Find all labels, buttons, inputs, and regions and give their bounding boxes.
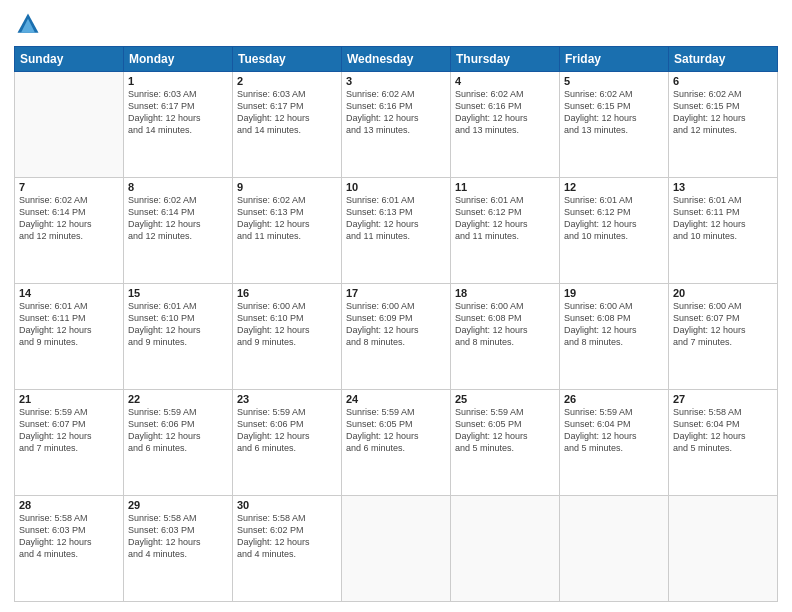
- day-number: 28: [19, 499, 119, 511]
- day-number: 13: [673, 181, 773, 193]
- calendar-cell: 30Sunrise: 5:58 AM Sunset: 6:02 PM Dayli…: [233, 496, 342, 602]
- calendar-cell: 28Sunrise: 5:58 AM Sunset: 6:03 PM Dayli…: [15, 496, 124, 602]
- calendar-cell: [15, 72, 124, 178]
- day-number: 29: [128, 499, 228, 511]
- calendar-cell: 7Sunrise: 6:02 AM Sunset: 6:14 PM Daylig…: [15, 178, 124, 284]
- calendar-cell: 26Sunrise: 5:59 AM Sunset: 6:04 PM Dayli…: [560, 390, 669, 496]
- day-number: 4: [455, 75, 555, 87]
- day-info: Sunrise: 6:01 AM Sunset: 6:12 PM Dayligh…: [455, 194, 555, 243]
- day-info: Sunrise: 6:02 AM Sunset: 6:13 PM Dayligh…: [237, 194, 337, 243]
- calendar-cell: [669, 496, 778, 602]
- weekday-header-friday: Friday: [560, 47, 669, 72]
- day-info: Sunrise: 6:02 AM Sunset: 6:16 PM Dayligh…: [346, 88, 446, 137]
- day-info: Sunrise: 5:58 AM Sunset: 6:04 PM Dayligh…: [673, 406, 773, 455]
- day-info: Sunrise: 6:01 AM Sunset: 6:13 PM Dayligh…: [346, 194, 446, 243]
- day-number: 15: [128, 287, 228, 299]
- day-number: 14: [19, 287, 119, 299]
- day-number: 6: [673, 75, 773, 87]
- weekday-header-tuesday: Tuesday: [233, 47, 342, 72]
- week-row-3: 14Sunrise: 6:01 AM Sunset: 6:11 PM Dayli…: [15, 284, 778, 390]
- calendar-cell: [560, 496, 669, 602]
- logo-icon: [14, 10, 42, 38]
- day-info: Sunrise: 5:58 AM Sunset: 6:03 PM Dayligh…: [128, 512, 228, 561]
- day-info: Sunrise: 6:00 AM Sunset: 6:10 PM Dayligh…: [237, 300, 337, 349]
- week-row-5: 28Sunrise: 5:58 AM Sunset: 6:03 PM Dayli…: [15, 496, 778, 602]
- day-info: Sunrise: 5:59 AM Sunset: 6:05 PM Dayligh…: [455, 406, 555, 455]
- calendar-cell: 22Sunrise: 5:59 AM Sunset: 6:06 PM Dayli…: [124, 390, 233, 496]
- day-number: 20: [673, 287, 773, 299]
- day-info: Sunrise: 5:59 AM Sunset: 6:06 PM Dayligh…: [237, 406, 337, 455]
- weekday-header-sunday: Sunday: [15, 47, 124, 72]
- day-number: 23: [237, 393, 337, 405]
- calendar-cell: 18Sunrise: 6:00 AM Sunset: 6:08 PM Dayli…: [451, 284, 560, 390]
- day-info: Sunrise: 6:01 AM Sunset: 6:11 PM Dayligh…: [673, 194, 773, 243]
- calendar-cell: 11Sunrise: 6:01 AM Sunset: 6:12 PM Dayli…: [451, 178, 560, 284]
- calendar-cell: 9Sunrise: 6:02 AM Sunset: 6:13 PM Daylig…: [233, 178, 342, 284]
- weekday-header-monday: Monday: [124, 47, 233, 72]
- day-info: Sunrise: 6:03 AM Sunset: 6:17 PM Dayligh…: [128, 88, 228, 137]
- calendar-cell: 16Sunrise: 6:00 AM Sunset: 6:10 PM Dayli…: [233, 284, 342, 390]
- calendar-cell: [342, 496, 451, 602]
- calendar-cell: 13Sunrise: 6:01 AM Sunset: 6:11 PM Dayli…: [669, 178, 778, 284]
- day-number: 1: [128, 75, 228, 87]
- calendar-cell: 10Sunrise: 6:01 AM Sunset: 6:13 PM Dayli…: [342, 178, 451, 284]
- logo: [14, 10, 46, 38]
- day-number: 9: [237, 181, 337, 193]
- calendar-cell: 8Sunrise: 6:02 AM Sunset: 6:14 PM Daylig…: [124, 178, 233, 284]
- calendar-cell: 24Sunrise: 5:59 AM Sunset: 6:05 PM Dayli…: [342, 390, 451, 496]
- day-info: Sunrise: 6:01 AM Sunset: 6:10 PM Dayligh…: [128, 300, 228, 349]
- day-number: 7: [19, 181, 119, 193]
- day-info: Sunrise: 6:00 AM Sunset: 6:08 PM Dayligh…: [564, 300, 664, 349]
- calendar-cell: 19Sunrise: 6:00 AM Sunset: 6:08 PM Dayli…: [560, 284, 669, 390]
- header: [14, 10, 778, 38]
- day-number: 3: [346, 75, 446, 87]
- day-number: 8: [128, 181, 228, 193]
- calendar-cell: 27Sunrise: 5:58 AM Sunset: 6:04 PM Dayli…: [669, 390, 778, 496]
- day-number: 2: [237, 75, 337, 87]
- day-info: Sunrise: 5:59 AM Sunset: 6:07 PM Dayligh…: [19, 406, 119, 455]
- calendar-cell: 1Sunrise: 6:03 AM Sunset: 6:17 PM Daylig…: [124, 72, 233, 178]
- day-info: Sunrise: 6:00 AM Sunset: 6:08 PM Dayligh…: [455, 300, 555, 349]
- week-row-4: 21Sunrise: 5:59 AM Sunset: 6:07 PM Dayli…: [15, 390, 778, 496]
- day-info: Sunrise: 5:58 AM Sunset: 6:02 PM Dayligh…: [237, 512, 337, 561]
- calendar-cell: [451, 496, 560, 602]
- day-info: Sunrise: 6:03 AM Sunset: 6:17 PM Dayligh…: [237, 88, 337, 137]
- day-info: Sunrise: 6:02 AM Sunset: 6:15 PM Dayligh…: [564, 88, 664, 137]
- day-number: 26: [564, 393, 664, 405]
- weekday-header-thursday: Thursday: [451, 47, 560, 72]
- calendar-cell: 29Sunrise: 5:58 AM Sunset: 6:03 PM Dayli…: [124, 496, 233, 602]
- day-number: 5: [564, 75, 664, 87]
- day-number: 11: [455, 181, 555, 193]
- day-number: 30: [237, 499, 337, 511]
- day-number: 27: [673, 393, 773, 405]
- day-number: 24: [346, 393, 446, 405]
- day-info: Sunrise: 6:02 AM Sunset: 6:14 PM Dayligh…: [19, 194, 119, 243]
- calendar-table: SundayMondayTuesdayWednesdayThursdayFrid…: [14, 46, 778, 602]
- weekday-header-saturday: Saturday: [669, 47, 778, 72]
- day-info: Sunrise: 6:02 AM Sunset: 6:14 PM Dayligh…: [128, 194, 228, 243]
- day-number: 17: [346, 287, 446, 299]
- calendar-cell: 17Sunrise: 6:00 AM Sunset: 6:09 PM Dayli…: [342, 284, 451, 390]
- calendar-cell: 12Sunrise: 6:01 AM Sunset: 6:12 PM Dayli…: [560, 178, 669, 284]
- day-number: 10: [346, 181, 446, 193]
- day-number: 25: [455, 393, 555, 405]
- week-row-1: 1Sunrise: 6:03 AM Sunset: 6:17 PM Daylig…: [15, 72, 778, 178]
- calendar-cell: 4Sunrise: 6:02 AM Sunset: 6:16 PM Daylig…: [451, 72, 560, 178]
- day-info: Sunrise: 5:58 AM Sunset: 6:03 PM Dayligh…: [19, 512, 119, 561]
- calendar-cell: 6Sunrise: 6:02 AM Sunset: 6:15 PM Daylig…: [669, 72, 778, 178]
- weekday-header-wednesday: Wednesday: [342, 47, 451, 72]
- day-number: 16: [237, 287, 337, 299]
- calendar-cell: 23Sunrise: 5:59 AM Sunset: 6:06 PM Dayli…: [233, 390, 342, 496]
- day-info: Sunrise: 6:02 AM Sunset: 6:16 PM Dayligh…: [455, 88, 555, 137]
- calendar-cell: 25Sunrise: 5:59 AM Sunset: 6:05 PM Dayli…: [451, 390, 560, 496]
- day-number: 21: [19, 393, 119, 405]
- day-number: 12: [564, 181, 664, 193]
- day-info: Sunrise: 6:01 AM Sunset: 6:12 PM Dayligh…: [564, 194, 664, 243]
- day-info: Sunrise: 5:59 AM Sunset: 6:04 PM Dayligh…: [564, 406, 664, 455]
- day-info: Sunrise: 6:00 AM Sunset: 6:07 PM Dayligh…: [673, 300, 773, 349]
- calendar-cell: 5Sunrise: 6:02 AM Sunset: 6:15 PM Daylig…: [560, 72, 669, 178]
- day-info: Sunrise: 5:59 AM Sunset: 6:05 PM Dayligh…: [346, 406, 446, 455]
- week-row-2: 7Sunrise: 6:02 AM Sunset: 6:14 PM Daylig…: [15, 178, 778, 284]
- calendar-cell: 3Sunrise: 6:02 AM Sunset: 6:16 PM Daylig…: [342, 72, 451, 178]
- day-number: 22: [128, 393, 228, 405]
